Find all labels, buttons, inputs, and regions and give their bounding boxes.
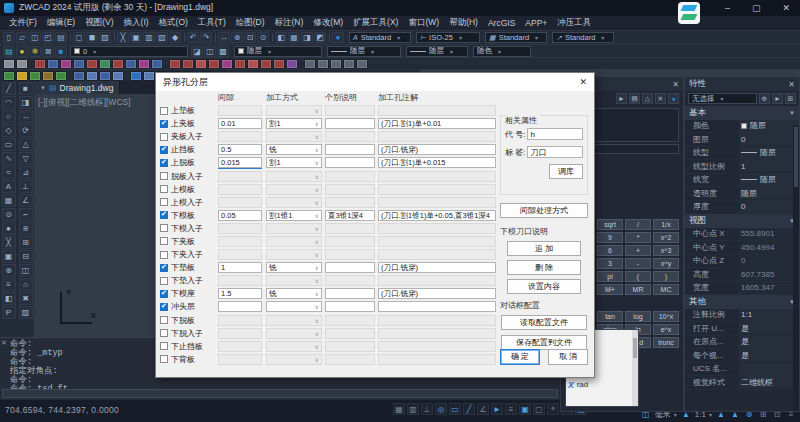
- custom-tool-icon[interactable]: [73, 71, 85, 81]
- custom-tool-icon[interactable]: [330, 59, 342, 69]
- hatch-tool-icon[interactable]: ▦: [2, 194, 16, 207]
- note-input[interactable]: [378, 171, 496, 182]
- angle-conversion-icon[interactable]: △: [642, 93, 653, 104]
- properties-tool-icon[interactable]: ▨: [19, 306, 33, 319]
- properties-row[interactable]: 宽度 1605.347 ▼: [685, 282, 799, 296]
- point-tool-icon[interactable]: ●: [2, 222, 16, 235]
- plate-checkbox[interactable]: [160, 198, 168, 206]
- properties-row[interactable]: 透明度 随层 ▼: [685, 187, 799, 201]
- select-objects-icon[interactable]: ►: [772, 93, 783, 104]
- desc-input[interactable]: [325, 131, 375, 142]
- selection-filter-combo[interactable]: 无选择▾: [688, 93, 757, 104]
- save-as-icon[interactable]: ◰: [42, 32, 54, 43]
- custom-tool-icon[interactable]: [16, 59, 28, 69]
- properties-row[interactable]: 中心点 Z 0 ▼: [685, 255, 799, 269]
- note-input[interactable]: (刀口.铣穿): [378, 288, 496, 299]
- code-input[interactable]: h: [527, 128, 583, 140]
- toolbar-icon[interactable]: [112, 32, 116, 43]
- method-select[interactable]: ∨: [266, 275, 322, 286]
- custom-tool-icon[interactable]: [247, 59, 259, 69]
- toolbar-icon[interactable]: [68, 32, 72, 43]
- layer-states-icon[interactable]: ▩: [217, 46, 229, 57]
- desc-input[interactable]: 直3锥1深4: [325, 210, 375, 221]
- plate-checkbox[interactable]: [160, 120, 168, 128]
- calc-button[interactable]: MR: [625, 284, 651, 295]
- custom-tool-icon[interactable]: [99, 59, 111, 69]
- desc-input[interactable]: [325, 315, 375, 326]
- calc-sci-button[interactable]: e^x: [653, 324, 679, 335]
- plate-checkbox[interactable]: [160, 303, 168, 311]
- object-snap-icon[interactable]: ▭: [449, 403, 461, 415]
- menu-item[interactable]: ArcGIS: [483, 18, 520, 28]
- gap-input[interactable]: [218, 249, 262, 260]
- snap-icon[interactable]: ▥: [407, 403, 419, 415]
- text-tool-icon[interactable]: A: [2, 180, 16, 193]
- properties-row[interactable]: 中心点 Y 450.4994 ▼: [685, 241, 799, 255]
- desc-input[interactable]: [325, 249, 375, 260]
- gap-input[interactable]: [218, 131, 262, 142]
- array-tool-icon[interactable]: ⊿: [19, 166, 33, 179]
- note-input[interactable]: (刀口.割1锥1)单+0.05,直3锥1深4: [378, 210, 496, 221]
- desc-input[interactable]: [325, 118, 375, 129]
- circle-tool-icon[interactable]: ○: [2, 110, 16, 123]
- stretch-tool-icon[interactable]: ⊟: [19, 250, 33, 263]
- custom-tool-icon[interactable]: [182, 59, 194, 69]
- custom-tool-icon[interactable]: [29, 71, 41, 81]
- cancel-button[interactable]: 取 消: [548, 349, 588, 365]
- plate-checkbox[interactable]: [160, 211, 168, 219]
- etransmit-icon[interactable]: ▨: [99, 32, 111, 43]
- gap-processing-button[interactable]: 间隙处理方式: [500, 203, 588, 218]
- custom-tool-icon[interactable]: [304, 59, 316, 69]
- note-input[interactable]: [378, 223, 496, 234]
- plotstyle-combo[interactable]: 随色▾: [473, 46, 531, 57]
- layer-previous-icon[interactable]: ◫: [204, 46, 216, 57]
- plate-checkbox[interactable]: [160, 342, 168, 350]
- properties-row[interactable]: 视图 ▼: [685, 214, 799, 228]
- table-style-combo[interactable]: ▦Standard▾: [485, 32, 547, 43]
- note-input[interactable]: [378, 197, 496, 208]
- transparency-icon[interactable]: ▣: [519, 403, 531, 415]
- color-combo[interactable]: 随层▾: [234, 46, 322, 57]
- plate-checkbox[interactable]: [160, 237, 168, 245]
- note-input[interactable]: [378, 301, 496, 312]
- properties-row[interactable]: 线型 随层 ▼: [685, 147, 799, 161]
- menu-item[interactable]: 冲压工具: [552, 17, 596, 29]
- linetype-combo[interactable]: 随层▾: [327, 46, 401, 57]
- paste-special-icon[interactable]: ▧: [156, 32, 168, 43]
- gap-input[interactable]: [218, 341, 262, 352]
- gap-input[interactable]: [218, 184, 262, 195]
- copy-tool-icon[interactable]: ◨: [19, 96, 33, 109]
- plate-checkbox[interactable]: [160, 264, 168, 272]
- custom-tool-icon[interactable]: [47, 59, 59, 69]
- copy-icon[interactable]: ▣: [130, 32, 142, 43]
- calc-button[interactable]: x^3: [653, 245, 679, 256]
- custom-tool-icon[interactable]: [3, 71, 15, 81]
- plate-checkbox[interactable]: [160, 172, 168, 180]
- join-tool-icon[interactable]: ⌂: [19, 278, 33, 291]
- note-input[interactable]: [378, 354, 496, 365]
- note-input[interactable]: [378, 184, 496, 195]
- toggle-pickadd-icon[interactable]: ⊞: [785, 93, 796, 104]
- desc-input[interactable]: [325, 275, 375, 286]
- command-close-icon[interactable]: ✕: [1, 339, 7, 347]
- xline-tool-icon[interactable]: ╳: [2, 236, 16, 249]
- mline-tool-icon[interactable]: ≡: [2, 278, 16, 291]
- gap-input[interactable]: 0.5: [218, 144, 262, 155]
- object-snap-tracking-icon[interactable]: ╱: [463, 403, 475, 415]
- designcenter-icon[interactable]: ▦: [288, 32, 300, 43]
- method-select[interactable]: 割1∨: [266, 157, 322, 168]
- custom-tool-icon[interactable]: [169, 59, 181, 69]
- clear-icon[interactable]: ✕: [655, 93, 666, 104]
- properties-row[interactable]: 视觉样式 二维线框 ▼: [685, 376, 799, 390]
- gap-input[interactable]: [218, 301, 262, 312]
- plate-checkbox[interactable]: [160, 185, 168, 193]
- plate-checkbox[interactable]: [160, 355, 168, 363]
- note-input[interactable]: [378, 131, 496, 142]
- toolbar-icon[interactable]: [182, 32, 186, 43]
- append-button[interactable]: 追 加: [507, 241, 581, 256]
- gap-input[interactable]: [218, 197, 262, 208]
- custom-tool-icon[interactable]: [221, 59, 233, 69]
- calc-button[interactable]: M+: [597, 284, 623, 295]
- quick-select-icon[interactable]: ⊕: [759, 93, 770, 104]
- explode-tool-icon[interactable]: ✖: [19, 292, 33, 305]
